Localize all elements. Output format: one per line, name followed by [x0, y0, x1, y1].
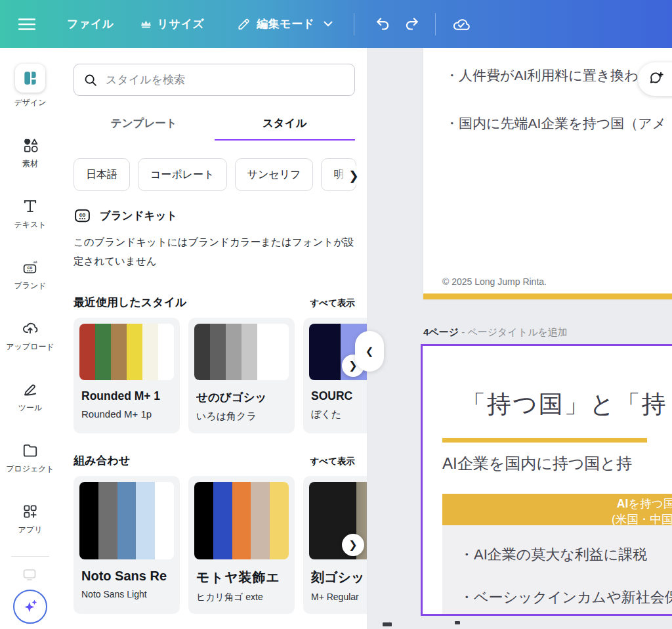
redo-icon[interactable]: [403, 16, 421, 32]
color-swatch: [79, 324, 174, 380]
sidebar-item-apps[interactable]: アプリ: [0, 491, 60, 536]
see-all-link[interactable]: すべて表示: [310, 456, 355, 467]
style-card-title: Rounded M+ 1: [81, 389, 172, 403]
page3-copyright[interactable]: © 2025 Long Jump Rinta.: [442, 276, 547, 287]
file-menu-button[interactable]: ファイル: [67, 16, 114, 32]
brand-kit-icon: co: [22, 259, 39, 276]
style-card[interactable]: モトヤ装飾エ ヒカリ角ゴ exte: [188, 476, 295, 614]
style-card-title: モトヤ装飾エ: [196, 569, 287, 586]
style-card-subtitle: Rounded M+ 1p: [81, 408, 172, 420]
brand-kit-title: ブランドキット: [100, 209, 177, 223]
page4-title[interactable]: 「持つ国」と「持: [461, 388, 667, 421]
comment-plus-icon: [648, 71, 665, 88]
recent-styles-cards: Rounded M+ 1 Rounded M+ 1p せのびゴシッ いろは角クラ…: [74, 318, 355, 433]
sidebar-item-label: ブランド: [14, 280, 46, 292]
style-card-title: Noto Sans Re: [81, 569, 172, 584]
style-card[interactable]: Noto Sans Re Noto Sans Light: [74, 476, 180, 614]
hamburger-menu-icon[interactable]: [18, 18, 35, 31]
table-body-cell[interactable]: ・AI企業の莫大な利益に課税 ・ベーシックインカムや新社会保: [442, 525, 672, 616]
tab-templates[interactable]: テンプレート: [74, 108, 215, 141]
search-input[interactable]: [106, 74, 345, 87]
style-card-subtitle: ぼくた: [311, 408, 368, 421]
section-title: 最近使用したスタイル: [74, 295, 186, 310]
left-navigation-rail: デザイン 素材 テキスト co ブランド: [0, 48, 60, 629]
brand-kit-icon: co: [74, 207, 91, 225]
page4-label[interactable]: 4ページ - ページタイトルを追加: [423, 326, 568, 339]
chip-japanese[interactable]: 日本語: [74, 158, 130, 191]
panel-collapse-button[interactable]: ❮: [355, 331, 384, 372]
chip-corporate[interactable]: コーポレート: [138, 158, 227, 191]
sidebar-item-label: デザイン: [14, 97, 46, 108]
page4-table[interactable]: AIを持つ国 (米国・中国 ) ・AI企業の莫大な利益に課税 ・ベーシックインカ…: [442, 494, 672, 616]
style-card-title: SOURC: [311, 389, 368, 403]
chips-scroll-right-icon[interactable]: ❯: [337, 166, 359, 184]
toolbar-divider: [354, 13, 354, 35]
tab-styles[interactable]: スタイル: [215, 108, 356, 141]
page4-title-underline: [442, 438, 647, 443]
resize-label: リサイズ: [158, 16, 205, 32]
page4-number: 4ページ: [423, 326, 459, 337]
filter-chips-row: 日本語 コーポレート サンセリフ 明 ❯: [74, 158, 355, 191]
page4-title-hint: - ページタイトルを追加: [459, 326, 568, 337]
add-comment-button[interactable]: [638, 62, 672, 96]
chevron-down-icon: [324, 21, 333, 27]
sidebar-item-tools[interactable]: ツール: [0, 369, 60, 414]
elements-shapes-icon: [22, 137, 39, 154]
sidebar-item-uploads[interactable]: アップロード: [0, 308, 60, 353]
page3-bullet-2[interactable]: ・国内に先端AI企業を持つ国（アメ: [445, 114, 666, 133]
page4-subtitle[interactable]: AI企業を国内に持つ国と持: [442, 453, 632, 474]
color-swatch: [194, 324, 289, 380]
edit-mode-label: 編集モード: [257, 16, 314, 32]
combinations-section-header: 組み合わせ すべて表示: [74, 453, 355, 468]
sidebar-item-design[interactable]: デザイン: [0, 64, 60, 108]
next-page-partial-element: [383, 622, 392, 626]
style-card-subtitle: ヒカリ角ゴ exte: [196, 592, 287, 603]
table-header-cell[interactable]: AIを持つ国 (米国・中国 ): [442, 494, 672, 525]
undo-icon[interactable]: [374, 16, 392, 32]
color-swatch: [194, 482, 289, 559]
style-card-title: せのびゴシッ: [196, 389, 287, 405]
pencil-icon: [237, 17, 251, 31]
search-icon: [83, 73, 98, 87]
style-card-title: 刻ゴシッ: [311, 569, 368, 586]
style-card[interactable]: せのびゴシッ いろは角クラ: [188, 318, 295, 433]
toolbar-divider: [435, 13, 436, 35]
page-4-selected[interactable]: 「持つ国」と「持 AI企業を国内に持つ国と持 AIを持つ国 (米国・中国 ) ・…: [421, 344, 672, 616]
sidebar-item-projects[interactable]: プロジェクト: [0, 430, 60, 475]
table-header-bold: AI: [617, 497, 629, 510]
recent-styles-section-header: 最近使用したスタイル すべて表示: [74, 295, 355, 310]
sidebar-item-text[interactable]: テキスト: [0, 186, 60, 230]
faded-app-icon: [22, 566, 39, 583]
sidebar-item-elements[interactable]: 素材: [0, 125, 60, 169]
chip-sans-serif[interactable]: サンセリフ: [235, 158, 314, 191]
sidebar-item-brand[interactable]: co ブランド: [0, 247, 60, 292]
search-box[interactable]: [74, 64, 355, 96]
style-card[interactable]: Rounded M+ 1 Rounded M+ 1p: [74, 318, 180, 433]
folder-icon: [22, 442, 39, 459]
page-3[interactable]: ・人件費がAI利用料に置き換わ ・国内に先端AI企業を持つ国（アメ © 2025…: [423, 48, 672, 299]
tab-label: テンプレート: [111, 117, 177, 129]
brand-kit-header[interactable]: co ブランドキット: [74, 207, 355, 225]
magic-assistant-button[interactable]: [13, 590, 47, 624]
section-title: 組み合わせ: [74, 453, 130, 468]
edit-mode-button[interactable]: 編集モード: [237, 16, 333, 32]
sidebar-item-label: 素材: [22, 158, 38, 169]
rail-divider: [11, 556, 49, 557]
sparkle-icon: [21, 597, 39, 616]
resize-button[interactable]: リサイズ: [140, 16, 205, 32]
table-bullet-2: ・ベーシックインカムや新社会保: [459, 588, 672, 607]
tab-label: スタイル: [262, 117, 307, 129]
pen-tool-icon: [22, 381, 39, 398]
text-icon: [22, 198, 39, 215]
svg-text:co: co: [79, 211, 86, 218]
cloud-save-check-icon[interactable]: [452, 16, 471, 32]
combination-cards: Noto Sans Re Noto Sans Light モトヤ装飾エ ヒカリ角…: [74, 476, 355, 614]
svg-text:co: co: [28, 265, 33, 270]
top-toolbar: ファイル リサイズ 編集モード: [0, 0, 672, 48]
page3-bullet-1[interactable]: ・人件費がAI利用料に置き換わ: [445, 66, 639, 85]
sidebar-item-label: プロジェクト: [6, 464, 54, 475]
apps-grid-icon: [22, 503, 39, 520]
see-all-link[interactable]: すべて表示: [310, 297, 355, 309]
cards-scroll-right-icon[interactable]: ❯: [342, 534, 364, 556]
chevron-left-icon: ❮: [366, 345, 374, 357]
